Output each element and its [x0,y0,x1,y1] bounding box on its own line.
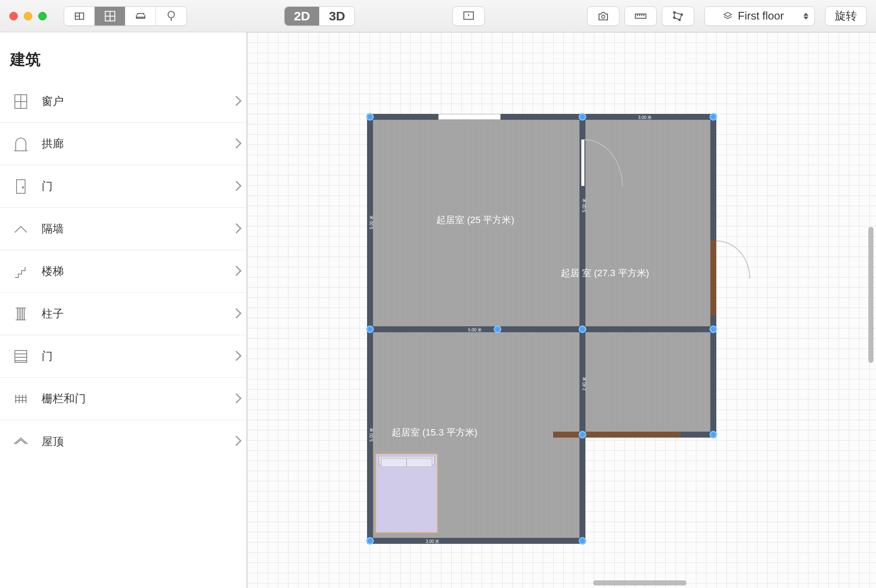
view-mode-toggle: 2D 3D [284,6,355,26]
sofa-icon [134,10,147,23]
floorplan-canvas[interactable]: 3.00 米 5.00 米 5.00 米 5.00 米 2.40 米 5.00 … [247,32,876,588]
tool-furniture-button[interactable] [125,6,156,26]
sidebar-item-label: 柱子 [42,306,223,321]
layers-icon [723,11,733,21]
wall-measure: 5.00 米 [369,215,375,229]
sidebar-item-doors[interactable]: 门 [0,165,246,208]
main-area: 建筑 窗户 拱廊 门 隔墙 [0,32,876,588]
pillow-icon [407,458,432,467]
pillar-icon [10,303,31,325]
wall-node[interactable] [579,537,586,545]
sidebar-item-label: 窗户 [42,94,223,109]
titlebar: 2D 3D First floor 旋转 [0,0,876,32]
view-3d-button[interactable]: 3D [319,6,354,26]
wall-measure: 3.00 米 [426,539,439,545]
floor-selector[interactable]: First floor [704,6,815,26]
sidebar-item-label: 屋顶 [42,434,223,449]
wall-node[interactable] [366,325,374,333]
wall-measure: 5.00 米 [582,198,588,212]
wall-node[interactable] [579,325,586,333]
alert-icon [462,10,475,23]
wall[interactable] [367,114,716,120]
wall-node[interactable] [579,113,586,121]
window[interactable] [438,114,500,120]
fence-icon [10,388,31,410]
door-swing-arc [716,240,750,279]
sidebar-item-pillars[interactable]: 柱子 [0,293,246,335]
close-window-button[interactable] [9,12,18,20]
furniture-bed[interactable] [375,453,438,534]
stepper-icon [803,13,808,20]
svg-rect-9 [17,180,25,193]
roof-icon [10,431,31,452]
sidebar-item-fences[interactable]: 栅栏和门 [0,378,246,420]
minimize-window-button[interactable] [24,12,32,20]
warning-button[interactable] [452,6,485,26]
wall-node[interactable] [579,431,586,438]
wall-node[interactable] [709,431,717,438]
wall-tool-icon [73,10,86,23]
chevron-right-icon [233,225,241,233]
door[interactable] [710,240,716,315]
pillow-icon [381,458,407,467]
sidebar-title: 建筑 [0,32,246,80]
chevron-right-icon [233,437,241,446]
chevron-right-icon [233,267,241,276]
polygon-edit-icon [672,10,684,23]
vertical-scrollbar[interactable] [868,227,873,363]
wall-measure: 5.00 米 [468,327,482,333]
sidebar-item-windows[interactable]: 窗户 [0,80,246,123]
sidebar-item-label: 隔墙 [42,221,223,236]
chevron-right-icon [233,140,241,148]
measure-button[interactable] [625,6,657,26]
sidebar-item-arches[interactable]: 拱廊 [0,123,246,165]
tool-mode-group [64,6,187,26]
chevron-right-icon [233,352,241,361]
wall[interactable] [367,538,585,544]
sidebar-item-label: 栅栏和门 [42,391,223,406]
wall-node[interactable] [366,537,374,545]
tool-wall-button[interactable] [64,6,95,26]
stairs-icon [10,261,31,282]
room-label: 起居室 (25 平方米) [436,214,514,226]
sidebar-item-stairs[interactable]: 楼梯 [0,250,246,293]
chevron-right-icon [233,395,241,403]
svg-point-2 [602,15,605,18]
room-grid-icon [104,10,116,23]
horizontal-scrollbar[interactable] [593,580,687,585]
view-2d-button[interactable]: 2D [285,6,319,26]
sidebar-item-label: 门 [42,349,223,364]
rotate-button[interactable]: 旋转 [825,6,867,26]
room-label: 起居 室 (27.3 平方米) [561,267,649,280]
tool-room-button[interactable] [95,6,125,26]
sidebar-item-label: 门 [42,179,223,194]
wall-node[interactable] [709,325,717,333]
sliding-door-icon [10,346,31,367]
shape-edit-button[interactable] [662,6,694,26]
svg-point-10 [23,187,24,188]
tool-tree-button[interactable] [156,6,187,26]
wall-measure: 2.40 米 [582,377,588,390]
chevron-right-icon [233,182,241,191]
sidebar-item-label: 拱廊 [42,136,223,151]
zoom-window-button[interactable] [38,12,47,20]
wall[interactable] [367,326,716,332]
canvas-viewport[interactable]: 3.00 米 5.00 米 5.00 米 5.00 米 2.40 米 5.00 … [247,32,876,588]
ruler-icon [634,10,647,23]
partition-icon [10,218,31,240]
svg-rect-3 [635,14,646,18]
sidebar-item-partitions[interactable]: 隔墙 [0,208,246,250]
wall-node[interactable] [494,325,501,333]
wall-node[interactable] [366,113,374,121]
door[interactable] [581,139,585,186]
wall-node[interactable] [709,113,717,121]
sidebar-item-label: 楼梯 [42,264,223,279]
sidebar-item-openings[interactable]: 门 [0,335,246,378]
room-label: 起居室 (15.3 平方米) [392,426,478,439]
snapshot-button[interactable] [587,6,619,26]
window-controls [9,12,47,20]
sidebar-item-roofs[interactable]: 屋顶 [0,420,246,463]
door[interactable] [553,432,681,438]
camera-icon [597,10,610,23]
sidebar: 建筑 窗户 拱廊 门 隔墙 [0,32,247,588]
